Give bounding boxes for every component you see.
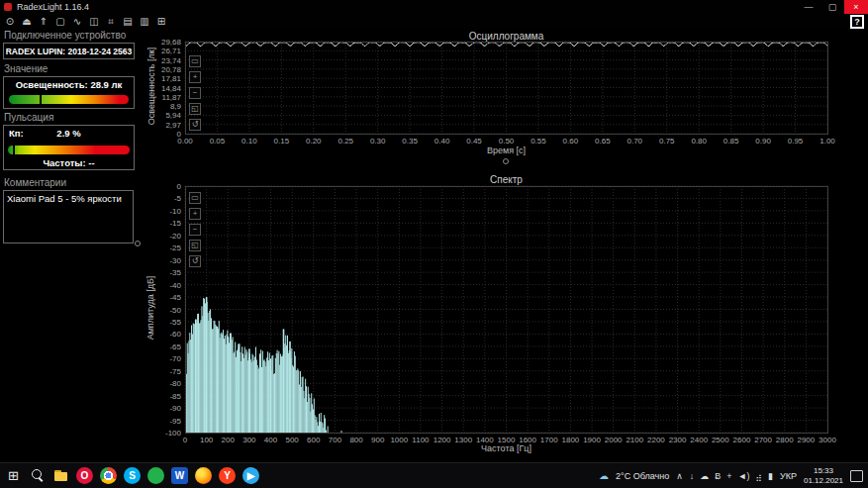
oscillogram-y-tick: 14,84 bbox=[148, 84, 181, 93]
spectrum-y-tick: -5 bbox=[148, 194, 181, 203]
telegram-button[interactable]: ▶ bbox=[242, 467, 259, 484]
hidden-icons-caret[interactable]: ∧ bbox=[676, 471, 683, 481]
volume-icon[interactable]: ◄) bbox=[738, 471, 750, 481]
clock-date: 01.12.2021 bbox=[804, 476, 843, 486]
clock[interactable]: 15:33 01.12.2021 bbox=[804, 466, 843, 486]
spectrum-y-tick: -90 bbox=[148, 404, 181, 413]
spectrum-y-tick: -75 bbox=[148, 367, 181, 376]
oscillogram-x-tick: 0.85 bbox=[717, 137, 746, 146]
windows-layout-button[interactable]: ⊞ bbox=[154, 15, 168, 29]
oscillogram-title: Осциллограмма bbox=[185, 31, 827, 42]
spectrum-y-tick: -10 bbox=[148, 207, 181, 216]
spectrum-y-tick: -55 bbox=[148, 318, 181, 327]
spectrum-y-tick: -20 bbox=[148, 232, 181, 241]
spectrum-y-tick: -25 bbox=[148, 244, 181, 252]
spectrum-y-tick: -50 bbox=[148, 306, 181, 315]
table-view-button[interactable]: ▤ bbox=[121, 15, 135, 29]
spectrum-y-tick: -30 bbox=[148, 256, 181, 265]
zoom-out-button[interactable]: − bbox=[189, 87, 201, 99]
zoom-window-button[interactable]: ◱ bbox=[189, 103, 201, 115]
display-mode-button[interactable]: ▢ bbox=[53, 15, 67, 29]
oscillogram-y-tick: 23,74 bbox=[148, 56, 181, 65]
spectrum-y-tick: -65 bbox=[148, 342, 181, 351]
firefox-button[interactable] bbox=[195, 467, 212, 484]
file-explorer-button[interactable] bbox=[52, 467, 69, 484]
opera-button[interactable]: O bbox=[76, 467, 93, 484]
minimize-button[interactable]: — bbox=[797, 0, 820, 14]
help-button[interactable]: ? bbox=[850, 15, 864, 29]
oscillogram-x-tick: 0.10 bbox=[235, 137, 264, 146]
device-connect-button[interactable]: ⊙ bbox=[3, 15, 17, 29]
spectrum-y-tick: -35 bbox=[148, 268, 181, 277]
close-button[interactable]: × bbox=[844, 0, 868, 14]
taskbar-apps: ⊞OSWY▶ bbox=[0, 467, 259, 484]
oscillogram-y-tick: 26,71 bbox=[148, 47, 181, 55]
oscillogram-xlabel: Время [с] bbox=[185, 146, 827, 155]
green-app-button[interactable] bbox=[147, 467, 164, 484]
chrome-button[interactable] bbox=[100, 467, 117, 484]
oscillogram-x-tick: 0.35 bbox=[395, 137, 425, 146]
oscillogram-y-tick: 2,97 bbox=[148, 121, 181, 130]
meter-button[interactable]: ◫ bbox=[87, 15, 101, 29]
oscillogram-x-tick: 0.40 bbox=[428, 137, 457, 146]
toolbar: ⊙⏏⇑▢∿◫⌗▤▥⊞ bbox=[0, 14, 868, 30]
tray-icons: ↓☁Ƀ+◄)⣴▮ bbox=[690, 471, 773, 481]
oscillogram-x-tick: 0.60 bbox=[555, 137, 585, 146]
action-center-button[interactable] bbox=[850, 470, 863, 482]
zoom-in-button[interactable]: + bbox=[189, 71, 201, 83]
spectrum-y-tick: -85 bbox=[148, 392, 181, 401]
oscillogram-x-tick: 0.50 bbox=[492, 137, 522, 146]
zoom-in-button[interactable]: + bbox=[189, 208, 201, 220]
oscillogram-x-tick: 0.30 bbox=[363, 137, 393, 146]
skype-button[interactable]: S bbox=[124, 467, 141, 484]
eject-device-button[interactable]: ⏏ bbox=[20, 15, 34, 29]
histogram-view-button[interactable]: ▥ bbox=[138, 15, 151, 29]
zoom-out-button[interactable]: − bbox=[189, 224, 201, 236]
spectrum-y-tick: -70 bbox=[148, 354, 181, 363]
red-app-button[interactable]: Y bbox=[219, 467, 236, 484]
waveform-mode-button[interactable]: ∿ bbox=[70, 15, 84, 29]
weather-text[interactable]: 2°C Облачно bbox=[616, 471, 669, 481]
oscillogram-y-tick: 29,68 bbox=[148, 38, 181, 47]
onedrive-icon[interactable]: ☁ bbox=[700, 471, 709, 481]
charts-overlay: Осциллограмма Время [с] Освещенность [лк… bbox=[0, 0, 868, 488]
update-icon[interactable]: ↓ bbox=[690, 471, 695, 481]
spectrum-y-tick: 0 bbox=[148, 182, 181, 191]
reset-zoom-button[interactable]: ↺ bbox=[189, 255, 201, 267]
chart-splitter-grip[interactable] bbox=[503, 158, 509, 164]
start-button[interactable]: ⊞ bbox=[5, 467, 22, 484]
search-button[interactable] bbox=[29, 467, 46, 484]
spectrum-title: Спектр bbox=[185, 174, 827, 185]
word-button[interactable]: W bbox=[171, 467, 188, 484]
oscillogram-x-tick: 0.65 bbox=[588, 137, 618, 146]
network-icon[interactable]: ⣴ bbox=[755, 471, 762, 481]
window-title: RadexLight 1.16.4 bbox=[17, 2, 89, 12]
maximize-button[interactable]: ▢ bbox=[820, 0, 844, 14]
defender-icon[interactable]: + bbox=[726, 471, 731, 481]
bluetooth-icon[interactable]: Ƀ bbox=[715, 471, 721, 481]
language-indicator[interactable]: УКР bbox=[780, 471, 797, 481]
oscillogram-x-tick: 0.75 bbox=[652, 137, 682, 146]
app-icon bbox=[4, 3, 12, 11]
zoom-window-button[interactable]: ◱ bbox=[189, 240, 201, 251]
oscillogram-y-tick: 5,94 bbox=[148, 111, 181, 120]
oscillogram-x-tick: 0.70 bbox=[620, 137, 649, 146]
upload-button[interactable]: ⇑ bbox=[37, 15, 50, 29]
window-controls: — ▢ × bbox=[797, 0, 868, 14]
oscillogram-y-tick: 11,87 bbox=[148, 93, 181, 102]
oscillogram-y-tick: 8,9 bbox=[148, 102, 181, 111]
oscillogram-x-tick: 0.05 bbox=[202, 137, 232, 146]
spectrum-xlabel: Частота [Гц] bbox=[185, 443, 827, 453]
battery-icon[interactable]: ▮ bbox=[768, 471, 773, 481]
oscillogram-y-tick: 20,78 bbox=[148, 65, 181, 74]
oscillogram-x-tick: 0.25 bbox=[331, 137, 360, 146]
select-tool-button[interactable]: ▭ bbox=[189, 55, 201, 67]
oscillogram-y-tick: 17,81 bbox=[148, 74, 181, 83]
clock-time: 15:33 bbox=[804, 466, 843, 476]
oscillogram-x-tick: 0.45 bbox=[459, 137, 489, 146]
oscillogram-x-tick: 0.95 bbox=[781, 137, 811, 146]
select-tool-button[interactable]: ▭ bbox=[189, 192, 201, 204]
snapshot-button[interactable]: ⌗ bbox=[104, 15, 118, 29]
spectrum-x-tick: 3000 bbox=[813, 436, 842, 444]
reset-zoom-button[interactable]: ↺ bbox=[189, 119, 201, 131]
